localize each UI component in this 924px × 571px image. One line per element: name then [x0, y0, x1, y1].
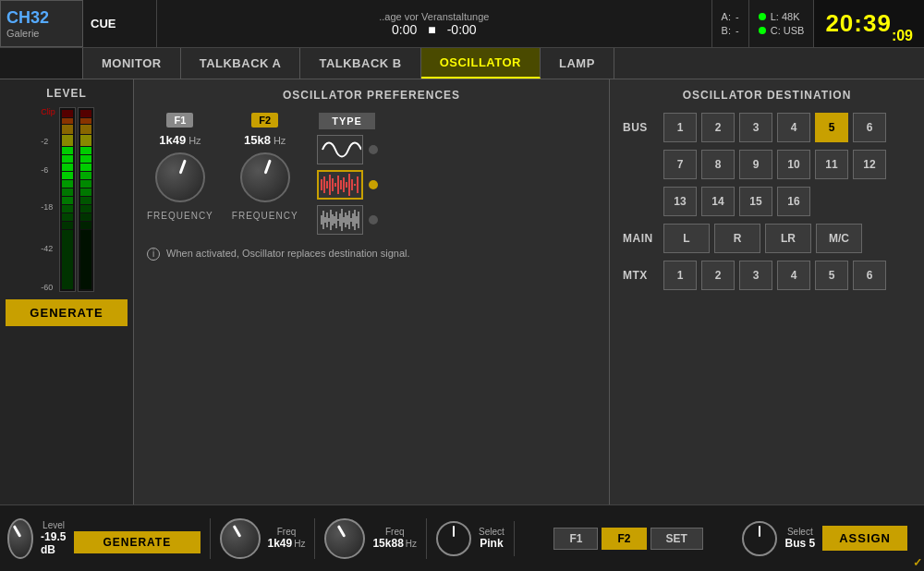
seg-g2-l [62, 155, 73, 163]
tab-talkback-a[interactable]: TALKBACK A [181, 48, 301, 79]
bus-row-2: 7 8 9 10 11 12 [623, 150, 911, 179]
seg-clip-l [62, 110, 73, 117]
seg-g5-r [80, 180, 91, 188]
bottom-freq1-label: Freq [277, 527, 297, 537]
bus-btn-12[interactable]: 12 [853, 150, 886, 179]
level-title: LEVEL [46, 87, 87, 100]
bottom-generate-button[interactable]: GENERATE [74, 531, 200, 553]
bottom-select-knob[interactable] [436, 521, 471, 556]
bus-btn-6[interactable]: 6 [853, 113, 886, 142]
tab-monitor[interactable]: MONITOR [83, 48, 181, 79]
mtx-btn-2[interactable]: 2 [701, 261, 735, 290]
seg-m2-l [62, 118, 73, 124]
bottom-tab-f1[interactable]: F1 [553, 528, 598, 550]
bus-btn-15[interactable]: 15 [739, 187, 772, 216]
top-bar: CH32 Galerie CUE ..age vor Veranstaltung… [0, 0, 924, 48]
seg-g11-l [62, 230, 73, 289]
bus-btn-16[interactable]: 16 [777, 187, 810, 216]
tab-talkback-b[interactable]: TALKBACK B [300, 48, 420, 79]
mtx-btn-1[interactable]: 1 [663, 261, 697, 290]
main-btn-r[interactable]: R [714, 224, 760, 253]
b-row: B: - [722, 25, 739, 36]
bus-btn-5[interactable]: 5 [815, 113, 848, 142]
l-row: L: 48K [759, 11, 805, 22]
info-text: i When activated, Oscillator replaces de… [147, 246, 596, 261]
nav-tabs: MONITOR TALKBACK A TALKBACK B OSCILLATOR… [0, 48, 924, 79]
bottom-level-knob[interactable] [7, 518, 33, 559]
sine-wave-icon[interactable] [317, 135, 363, 164]
time1: 0:00 [392, 22, 417, 37]
sine-wave-item[interactable] [317, 135, 378, 164]
white-noise-svg [319, 207, 361, 233]
clock-seconds: 09 [896, 28, 913, 44]
seg-g3-r [80, 164, 91, 171]
pink-noise-icon[interactable]: ✓ [317, 170, 363, 200]
sine-svg [319, 137, 361, 163]
sine-dot [369, 145, 378, 154]
bottom-select-section: Select Pink [436, 521, 515, 556]
white-noise-item[interactable] [317, 205, 378, 235]
f2-knob[interactable] [240, 152, 290, 202]
c-label: C: USB [771, 25, 805, 36]
mtx-btn-6[interactable]: 6 [853, 261, 886, 290]
seg-g10-r [80, 222, 91, 229]
f1-knob[interactable] [155, 152, 205, 202]
main-btn-lr[interactable]: LR [765, 224, 811, 253]
bottom-level-value: -19.5 dB [41, 530, 67, 556]
info-icon: i [147, 248, 160, 261]
bottom-freq2-label: Freq [385, 527, 405, 537]
f2-value: 15k8 [244, 133, 271, 147]
channel-block: CH32 Galerie [0, 0, 83, 47]
white-noise-icon[interactable] [317, 205, 363, 235]
bottom-tab-f2[interactable]: F2 [602, 528, 646, 550]
bottom-select2-value: Bus 5 [784, 537, 815, 550]
bus-btn-1[interactable]: 1 [663, 113, 697, 142]
seg-g2-r [80, 155, 91, 163]
channel-sub: Galerie [6, 28, 77, 39]
seg-g4-l [62, 172, 73, 179]
a-label: A: [722, 11, 731, 22]
main-btn-mc[interactable]: M/C [816, 224, 862, 253]
bus-btn-8[interactable]: 8 [701, 150, 735, 179]
seg-m10-l [62, 135, 73, 146]
f2-badge: F2 [251, 113, 278, 128]
main-label: MAIN [623, 232, 658, 245]
bus-btn-14[interactable]: 14 [701, 187, 735, 216]
assign-button[interactable]: ASSIGN [822, 526, 907, 551]
mtx-btn-4[interactable]: 4 [777, 261, 810, 290]
bottom-tab-set[interactable]: SET [650, 528, 703, 550]
bus-btn-7[interactable]: 7 [663, 150, 697, 179]
bus-btn-11[interactable]: 11 [815, 150, 848, 179]
osc-destination-panel: OSCILLATOR DESTINATION BUS 1 2 3 4 5 6 7 [610, 79, 924, 504]
cue-block[interactable]: CUE [83, 0, 157, 47]
pink-noise-item[interactable]: ✓ [317, 170, 378, 200]
bottom-select-value: Pink [480, 537, 503, 550]
bottom-assign-knob[interactable] [742, 521, 777, 556]
main-btn-l[interactable]: L [663, 224, 710, 253]
seg-g6-l [62, 188, 73, 196]
mtx-btn-5[interactable]: 5 [815, 261, 848, 290]
lc-block: L: 48K C: USB [749, 0, 815, 47]
generate-button[interactable]: GENERATE [6, 299, 128, 326]
bottom-select2-label: Select [787, 527, 813, 537]
tab-oscillator[interactable]: OSCILLATOR [421, 48, 541, 79]
bus-btn-9[interactable]: 9 [739, 150, 772, 179]
bus-btn-13[interactable]: 13 [663, 187, 697, 216]
bus-btn-2[interactable]: 2 [701, 113, 735, 142]
seg-g4-r [80, 172, 91, 179]
l-label: L: 48K [771, 11, 800, 22]
label-m42: -42 [41, 244, 55, 253]
clock-block: 20:39 : 09 [814, 0, 924, 47]
type-block: TYPE [317, 113, 378, 235]
tab-lamp[interactable]: LAMP [541, 48, 614, 79]
bottom-f2-knob[interactable] [324, 518, 365, 559]
mtx-btn-3[interactable]: 3 [739, 261, 772, 290]
seg-m6-l [62, 125, 73, 134]
label-m2: -2 [41, 137, 55, 146]
main-row: MAIN L R LR M/C [623, 224, 911, 253]
bottom-f1-knob[interactable] [220, 518, 261, 559]
bottom-assign-section: Select Bus 5 ASSIGN [742, 521, 917, 556]
bus-btn-3[interactable]: 3 [739, 113, 772, 142]
bus-btn-4[interactable]: 4 [777, 113, 810, 142]
bus-btn-10[interactable]: 10 [777, 150, 810, 179]
